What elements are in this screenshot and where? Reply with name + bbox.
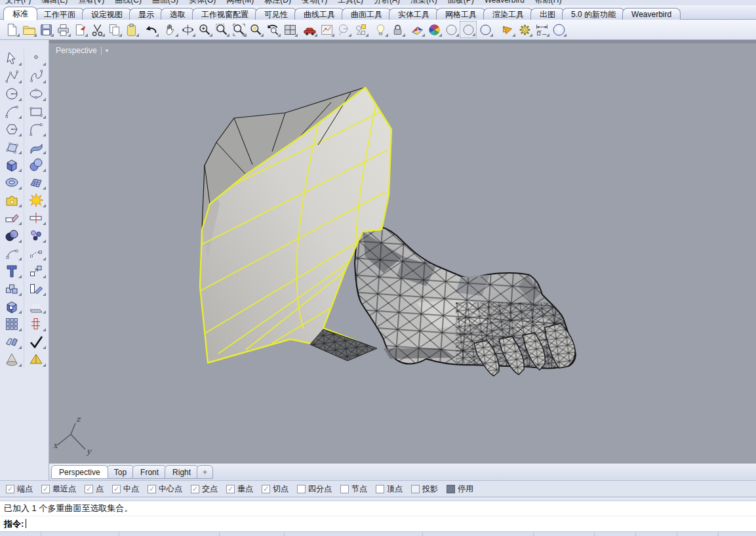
arc-button[interactable] [0,102,24,120]
menu-item[interactable]: 渲染(R) [410,0,437,5]
array-grid-button[interactable] [0,315,24,333]
show-objects-button[interactable] [372,21,389,38]
toolbar-tab[interactable]: 曲面工具 [342,8,391,20]
toolbar-tab[interactable]: 工作视窗配置 [192,8,258,20]
viewport-tab-top[interactable]: Top [106,465,134,479]
shaded-viewport-button[interactable] [443,21,460,38]
osnap-切点[interactable]: ✓切点 [262,484,288,495]
point-cloud-button[interactable] [24,226,48,244]
toolbar-tab[interactable]: 网格工具 [436,8,486,20]
solid-sphere-button[interactable] [24,155,48,173]
osnap-点[interactable]: ✓点 [85,484,104,495]
menu-item[interactable]: 查看(V) [78,0,104,5]
status-cell[interactable] [0,532,41,536]
curve-interpolate-button[interactable] [24,67,48,85]
boolean-difference-button[interactable] [0,226,24,244]
perspective-viewport[interactable]: Perspective ▾ [49,40,756,463]
osnap-checkbox[interactable] [447,485,455,493]
copy-button[interactable] [106,21,123,38]
menu-item[interactable]: 文件(F) [5,0,31,5]
object-display-color-button[interactable] [426,21,443,38]
status-cell[interactable] [595,532,636,536]
osnap-checkbox[interactable]: ✓ [226,485,235,493]
save-file-button[interactable] [37,21,54,38]
join-surfaces-button[interactable] [0,333,24,350]
rectangle-button[interactable] [24,102,48,120]
viewport-tab-front[interactable]: Front [132,465,167,479]
toolbar-tab[interactable]: 渲染工具 [483,8,533,20]
osnap-checkbox[interactable]: ✓ [112,485,121,493]
select-pointer-button[interactable] [0,49,24,67]
status-cell[interactable] [534,532,595,536]
solid-box-button[interactable] [0,155,24,173]
osnap-checkbox[interactable] [411,485,420,493]
menu-item[interactable]: 变动(T) [302,0,327,5]
osnap-停用[interactable]: 停用 [447,484,473,495]
lock-objects-button[interactable] [389,21,406,38]
paste-button[interactable] [123,21,140,38]
mesh-arm-hand[interactable] [355,226,577,376]
toolbar-tab[interactable]: 曲线工具 [294,8,344,20]
toolbar-tab[interactable]: 标准 [3,7,37,20]
surface-bend-button[interactable] [24,138,48,155]
new-viewport-tab-button[interactable]: + [197,465,213,479]
solid-tools-button[interactable] [0,297,24,315]
dimension-button[interactable] [533,21,550,38]
status-cell[interactable] [636,532,677,536]
menu-bar-clipped[interactable]: 文件(F)编辑(E)查看(V)曲线(C)曲面(S)实体(O)网格(M)标注(D)… [0,0,756,5]
status-cell[interactable] [423,532,534,536]
circle-button[interactable] [0,85,24,102]
pan-view-button[interactable] [162,21,179,38]
osnap-节点[interactable]: 节点 [340,484,367,495]
explode-button[interactable] [24,191,48,209]
menu-item[interactable]: 分析(A) [374,0,400,5]
help-button[interactable] [550,21,567,38]
boolean-union-button[interactable] [0,191,24,209]
viewport-tab-right[interactable]: Right [165,465,199,479]
menu-item[interactable]: 曲面(S) [152,0,178,5]
toolbar-tab[interactable]: 设定视图 [82,8,132,20]
extend-curve-button[interactable] [24,244,48,262]
osnap-中点[interactable]: ✓中点 [112,484,139,495]
section-button[interactable] [24,315,48,333]
menu-item[interactable]: 网格(M) [226,0,254,5]
rotate-view-button[interactable] [179,21,196,38]
osnap-checkbox[interactable] [340,485,349,493]
toolbar-tab[interactable]: 实体工具 [389,8,439,20]
menu-item[interactable]: 曲线(C) [115,0,142,5]
viewport-title[interactable]: Perspective ▾ [56,46,108,55]
status-cell[interactable] [119,532,220,536]
menu-item[interactable]: 编辑(E) [41,0,68,5]
point-on-check-button[interactable] [24,333,48,350]
menu-item[interactable]: Weaverbird [485,0,525,5]
edit-layers-button[interactable] [408,21,426,38]
open-file-button[interactable] [20,21,37,38]
four-viewports-button[interactable] [281,21,298,38]
trim-button[interactable] [0,209,24,226]
mesh-shoulder-selected[interactable] [200,87,391,363]
toolbar-tab[interactable]: Weaverbird [622,8,681,20]
adjust-curve-button[interactable] [0,244,24,262]
cplane-settings-button[interactable] [318,21,335,38]
undo-button[interactable] [142,21,159,38]
menu-item[interactable]: 实体(O) [189,0,216,5]
zoom-selected-button[interactable] [247,21,264,38]
status-cell[interactable] [285,532,423,536]
osnap-垂点[interactable]: ✓垂点 [226,484,253,495]
osnap-顶点[interactable]: 顶点 [376,484,403,495]
osnap-checkbox[interactable]: ✓ [6,485,14,493]
fillet-curve-button[interactable] [24,120,48,138]
render-button[interactable] [477,21,494,38]
flatten-surface-button[interactable] [24,297,48,315]
osnap-checkbox[interactable]: ✓ [41,485,50,493]
export-selected-button[interactable] [71,21,89,38]
status-cell[interactable] [41,532,119,536]
osnap-投影[interactable]: 投影 [411,484,438,495]
status-cell[interactable] [719,532,756,536]
surface-patch-button[interactable] [0,138,24,155]
osnap-checkbox[interactable]: ✓ [262,485,270,493]
osnap-四分点[interactable]: 四分点 [297,484,332,495]
surface-grid-button[interactable] [24,173,48,191]
osnap-checkbox[interactable] [297,485,306,493]
toolbar-tab[interactable]: 选取 [161,8,195,20]
